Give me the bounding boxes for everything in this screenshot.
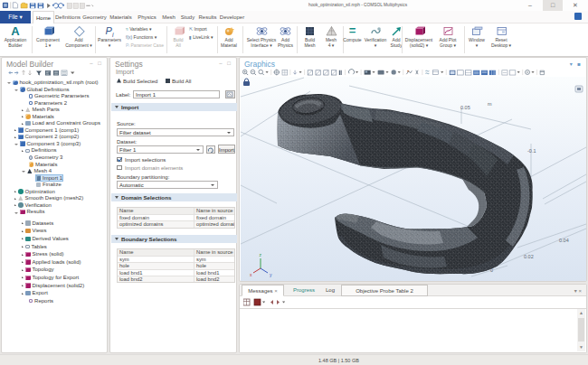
svg-text:0.04: 0.04 <box>559 238 569 243</box>
svg-text:0.05: 0.05 <box>460 105 470 110</box>
svg-text:-0.1: -0.1 <box>527 148 536 154</box>
svg-text:0.02: 0.02 <box>524 254 534 259</box>
svg-text:m: m <box>488 101 492 107</box>
